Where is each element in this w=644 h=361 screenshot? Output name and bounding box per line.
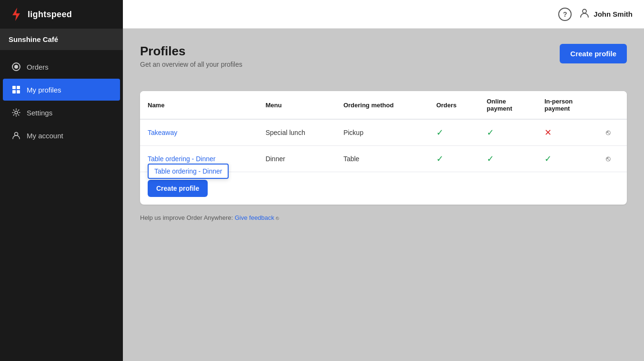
- settings-icon: [11, 108, 21, 117]
- row2-inperson-payment: ✓: [537, 146, 598, 172]
- logo-text: lightspeed: [28, 10, 72, 20]
- row2-external: ⎋: [598, 146, 627, 172]
- svg-rect-4: [17, 86, 20, 89]
- row1-inperson-payment: ✕: [537, 119, 598, 146]
- sidebar-item-my-account[interactable]: My account: [3, 124, 120, 146]
- col-ordering-method: Ordering method: [336, 91, 429, 119]
- feedback-external-icon: ⎋: [276, 215, 279, 221]
- check-icon-online-2: ✓: [487, 154, 494, 164]
- feedback-text: Help us improve Order Anywhere:: [140, 214, 235, 221]
- row1-orders: ✓: [429, 119, 479, 146]
- profile-link-table-ordering[interactable]: Table ordering - Dinner: [148, 155, 215, 163]
- name-tooltip-container: Table ordering - Dinner Table ordering -…: [148, 155, 215, 163]
- page-title: Profiles: [140, 44, 242, 59]
- col-menu: Menu: [258, 91, 336, 119]
- table-header-row: Name Menu Ordering method Orders Onlinep…: [140, 91, 627, 119]
- feedback-section: Help us improve Order Anywhere: Give fee…: [140, 214, 627, 221]
- external-link-icon-1[interactable]: ⎋: [606, 128, 611, 136]
- check-icon-inperson-2: ✓: [544, 154, 552, 164]
- user-avatar-icon: [579, 8, 590, 21]
- svg-point-7: [15, 111, 18, 114]
- svg-rect-3: [12, 86, 16, 89]
- create-profile-button-top[interactable]: Create profile: [560, 44, 627, 63]
- content-area: Profiles Get an overview of all your pro…: [123, 29, 644, 361]
- profiles-table-container: Name Menu Ordering method Orders Onlinep…: [140, 91, 627, 205]
- feedback-link[interactable]: Give feedback: [235, 214, 274, 221]
- svg-marker-0: [12, 8, 20, 21]
- col-orders: Orders: [429, 91, 479, 119]
- user-name: John Smith: [594, 10, 633, 18]
- row1-menu: Special lunch: [258, 119, 336, 146]
- col-inperson-payment: In-personpayment: [537, 91, 598, 119]
- sidebar-item-label-settings: Settings: [27, 109, 52, 117]
- row2-ordering-method: Table: [336, 146, 429, 172]
- row1-online-payment: ✓: [479, 119, 537, 146]
- sidebar: lightspeed Sunshine Café Orders: [0, 0, 123, 361]
- check-icon-online-1: ✓: [487, 128, 494, 137]
- sidebar-nav: Orders My profiles Settings: [0, 53, 123, 149]
- check-icon-orders-1: ✓: [436, 128, 443, 137]
- external-link-icon-2[interactable]: ⎋: [606, 155, 611, 163]
- row2-menu: Dinner: [258, 146, 336, 172]
- main-area: ? John Smith Profiles Get an overview of…: [123, 0, 644, 361]
- cross-icon-inperson-1: ✕: [544, 128, 552, 137]
- sidebar-item-my-profiles[interactable]: My profiles: [3, 79, 120, 101]
- help-icon: ?: [563, 10, 567, 18]
- row2-orders: ✓: [429, 146, 479, 172]
- row1-external: ⎋: [598, 119, 627, 146]
- sidebar-item-label-orders: Orders: [27, 63, 49, 71]
- table-row: Takeaway Special lunch Pickup ✓ ✓ ✕ ⎋: [140, 119, 627, 146]
- profiles-table: Name Menu Ordering method Orders Onlinep…: [140, 91, 627, 172]
- row2-online-payment: ✓: [479, 146, 537, 172]
- content-header: Profiles Get an overview of all your pro…: [140, 44, 627, 80]
- sidebar-item-orders[interactable]: Orders: [3, 56, 120, 78]
- logo[interactable]: lightspeed: [0, 0, 123, 29]
- account-icon: [11, 131, 21, 140]
- row2-name: Table ordering - Dinner Table ordering -…: [140, 146, 258, 172]
- row1-name: Takeaway: [140, 119, 258, 146]
- lightspeed-logo-icon: [9, 7, 24, 22]
- row1-ordering-method: Pickup: [336, 119, 429, 146]
- orders-icon: [11, 62, 21, 72]
- tooltip-link[interactable]: Table ordering - Dinner: [154, 167, 222, 175]
- sidebar-item-label-my-account: My account: [27, 132, 63, 140]
- help-button[interactable]: ?: [558, 8, 572, 21]
- page-subtitle: Get an overview of all your profiles: [140, 61, 242, 68]
- svg-rect-5: [12, 90, 16, 93]
- header: ? John Smith: [123, 0, 644, 29]
- check-icon-orders-2: ✓: [436, 154, 443, 164]
- restaurant-name[interactable]: Sunshine Café: [0, 29, 123, 50]
- col-name: Name: [140, 91, 258, 119]
- svg-point-9: [583, 9, 586, 13]
- tooltip-box: Table ordering - Dinner: [148, 164, 229, 179]
- profiles-icon: [11, 85, 21, 94]
- svg-point-2: [14, 65, 18, 69]
- col-online-payment: Onlinepayment: [479, 91, 537, 119]
- col-actions: [598, 91, 627, 119]
- user-menu[interactable]: John Smith: [579, 8, 633, 21]
- create-profile-button-table[interactable]: Create profile: [148, 180, 208, 197]
- table-row: Table ordering - Dinner Table ordering -…: [140, 146, 627, 172]
- sidebar-item-settings[interactable]: Settings: [3, 102, 120, 124]
- sidebar-item-label-my-profiles: My profiles: [27, 86, 61, 94]
- page-header-text: Profiles Get an overview of all your pro…: [140, 44, 242, 80]
- profile-link-takeaway[interactable]: Takeaway: [148, 129, 177, 136]
- svg-rect-6: [17, 90, 20, 93]
